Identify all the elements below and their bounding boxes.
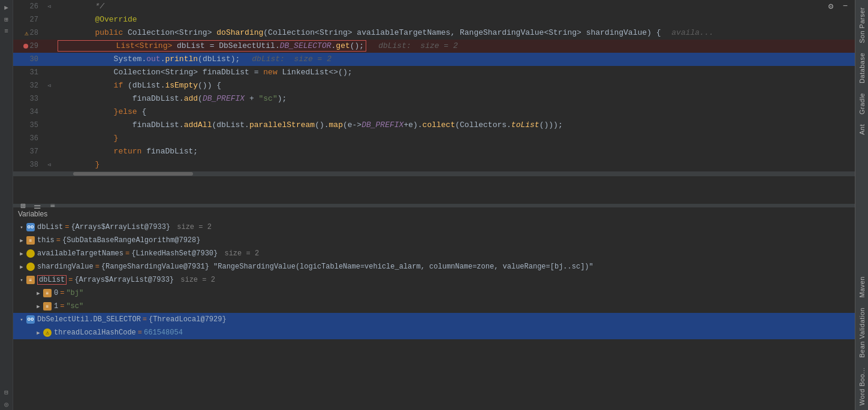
var-value: {ThreadLocal@7929}: [149, 315, 227, 324]
var-collapse-btn[interactable]: ▾: [17, 315, 26, 324]
line-number-37: 37: [13, 145, 43, 158]
var-name: 0: [54, 289, 58, 297]
code-content-34: }else {: [55, 105, 855, 119]
bottom-icon-2[interactable]: ◎: [2, 399, 11, 409]
right-tab-database[interactable]: Database: [857, 48, 867, 88]
right-sidebar: Son Parser Database Gradle Ant Maven Bea…: [855, 0, 868, 410]
var-expand-btn[interactable]: ▶: [17, 262, 26, 272]
code-line-32[interactable]: 32⊲ if (dbList.isEmpty()) {: [13, 79, 855, 92]
var-value: "sc": [66, 302, 83, 310]
code-line-26[interactable]: 26⊲ */: [13, 0, 855, 13]
line-number-34: 34: [13, 105, 43, 119]
code-line-31[interactable]: 31 Collection<String> finaDbList = new L…: [13, 66, 855, 79]
code-line-27[interactable]: 27 @Override: [13, 13, 855, 26]
fold-icon[interactable]: ⊲: [47, 161, 51, 168]
code-line-37[interactable]: 37 return finaDbList;: [13, 145, 855, 158]
var-equals: =: [65, 223, 69, 231]
var-value: "bj": [66, 289, 83, 297]
var-icon-p: [26, 263, 35, 271]
var-collapse-btn[interactable]: ▾: [17, 222, 26, 232]
var-name: this: [37, 236, 55, 245]
var-equals: =: [68, 276, 73, 284]
right-tab-bean-validation[interactable]: Bean Validation: [857, 303, 867, 363]
line-number-31: 31: [13, 66, 43, 79]
line-number-27: 27: [13, 13, 43, 26]
var-size: size = 2: [176, 276, 215, 284]
var-item-dbList-0[interactable]: ▶≡0 = "bj": [13, 287, 855, 300]
var-icon-oo: oo: [26, 315, 35, 324]
code-content-31: Collection<String> finaDbList = new Link…: [55, 66, 855, 79]
right-tab-maven[interactable]: Maven: [857, 272, 867, 303]
var-icon-eq: ≡: [26, 276, 35, 284]
var-equals: =: [56, 236, 61, 245]
code-content-27: @Override: [55, 13, 855, 26]
code-content-29: List<String> dbList = DbSelectUtil.DB_SE…: [55, 40, 855, 53]
bottom-icon-1[interactable]: ⊟: [2, 387, 11, 397]
minimize-icon[interactable]: −: [839, 0, 851, 12]
code-line-33[interactable]: 33 finaDbList.add(DB_PREFIX + "sc");: [13, 92, 855, 105]
line-number-35: 35: [13, 119, 43, 132]
right-tab-gradle[interactable]: Gradle: [857, 88, 867, 119]
list-icon[interactable]: ≡: [2, 26, 11, 36]
var-item-threadLocalHashCode[interactable]: ▶⚠threadLocalHashCode = 661548054: [13, 326, 855, 339]
code-content-32: if (dbList.isEmpty()) {: [55, 79, 855, 92]
var-item-DbSelectUtil[interactable]: ▾ooDbSelectUtil.DB_SELECTOR = {ThreadLoc…: [13, 313, 855, 326]
code-content-30: System.out.println(dbList);dbList: size …: [55, 53, 855, 66]
fold-icon[interactable]: ⊲: [47, 82, 51, 89]
var-item-availableTargetNames[interactable]: ▶availableTargetNames = {LinkedHashSet@7…: [13, 247, 855, 260]
var-value: {SubDataBaseRangeAlgorithm@7928}: [62, 236, 200, 245]
var-icon-oo: oo: [26, 223, 35, 231]
variables-title: Variables: [18, 210, 47, 218]
debug-step-icon[interactable]: ▶: [2, 2, 11, 12]
code-line-38[interactable]: 38⊲ }: [13, 158, 855, 171]
breakpoint-dot[interactable]: [23, 44, 28, 49]
line-number-32: 32: [13, 79, 43, 92]
var-icon-eq: ≡: [43, 302, 52, 310]
fold-icon[interactable]: ⊲: [47, 3, 51, 10]
var-expand-btn[interactable]: ▶: [34, 288, 43, 298]
warning-icon: ⚠: [25, 29, 29, 37]
var-item-dbList-expanded[interactable]: ▾≡dbList = {Arrays$ArrayList@7933} size …: [13, 273, 855, 287]
code-scrollbar-thumb[interactable]: [73, 172, 193, 176]
code-line-30[interactable]: 30 System.out.println(dbList);dbList: si…: [13, 53, 855, 66]
line-number-36: 36: [13, 132, 43, 145]
var-item-dbList-top[interactable]: ▾oodbList = {Arrays$ArrayList@7933} size…: [13, 221, 855, 234]
code-horizontal-scrollbar[interactable]: [13, 171, 855, 176]
var-name: availableTargetNames: [37, 249, 123, 258]
code-line-28[interactable]: ⚠28 public Collection<String> doSharding…: [13, 26, 855, 40]
var-item-dbList-1[interactable]: ▶≡1 = "sc": [13, 300, 855, 313]
variables-panel[interactable]: ▾oodbList = {Arrays$ArrayList@7933} size…: [13, 221, 855, 410]
var-item-this[interactable]: ▶≡this = {SubDataBaseRangeAlgorithm@7928…: [13, 234, 855, 247]
line-number-26: 26: [13, 0, 43, 13]
gear-icon[interactable]: ⚙: [825, 0, 837, 12]
var-icon-warn: ⚠: [43, 328, 52, 337]
var-expand-btn[interactable]: ▶: [17, 236, 26, 245]
var-equals: =: [60, 289, 64, 297]
table-icon[interactable]: ⊞: [2, 14, 11, 24]
var-name: shardingValue: [37, 263, 94, 271]
var-equals: =: [138, 328, 142, 337]
code-content-33: finaDbList.add(DB_PREFIX + "sc");: [55, 92, 855, 105]
code-content-37: return finaDbList;: [55, 145, 855, 158]
var-expand-btn[interactable]: ▶: [34, 328, 43, 337]
code-content-38: }: [55, 158, 855, 171]
code-line-29[interactable]: 29 List<String> dbList = DbSelectUtil.DB…: [13, 40, 855, 53]
var-collapse-btn[interactable]: ▾: [17, 275, 26, 285]
line-number-38: 38: [13, 158, 43, 171]
right-tab-son-parser[interactable]: Son Parser: [857, 2, 867, 48]
line-number-28: ⚠28: [13, 26, 43, 40]
code-line-36[interactable]: 36 }: [13, 132, 855, 145]
var-expand-btn[interactable]: ▶: [17, 249, 26, 258]
code-line-35[interactable]: 35 finaDbList.addAll(dbList.parallelStre…: [13, 119, 855, 132]
var-icon-p: [26, 249, 35, 258]
var-expand-btn[interactable]: ▶: [34, 302, 43, 311]
var-value: 661548054: [144, 328, 183, 337]
var-icon-eq: ≡: [26, 236, 35, 245]
code-line-34[interactable]: 34 }else {: [13, 105, 855, 119]
var-item-shardingValue[interactable]: ▶shardingValue = {RangeShardingValue@793…: [13, 260, 855, 273]
right-tab-word-boo[interactable]: Word Boo...: [857, 363, 867, 410]
right-tab-ant[interactable]: Ant: [857, 119, 867, 140]
var-size: size = 2: [173, 223, 212, 231]
line-gutter-38: ⊲: [43, 161, 55, 168]
var-value: {Arrays$ArrayList@7933}: [71, 223, 170, 231]
